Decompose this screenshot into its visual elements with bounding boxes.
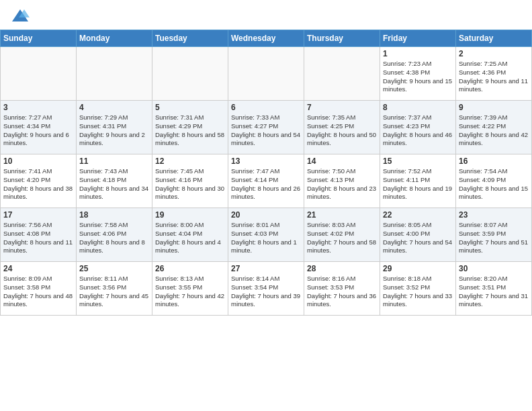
date-number: 24 — [3, 264, 73, 273]
calendar-cell: 17Sunrise: 7:56 AM Sunset: 4:08 PM Dayli… — [1, 208, 77, 262]
cell-info: Sunrise: 8:20 AM Sunset: 3:51 PM Dayligh… — [459, 275, 529, 309]
calendar-cell: 12Sunrise: 7:45 AM Sunset: 4:16 PM Dayli… — [152, 154, 228, 208]
date-number: 29 — [383, 264, 453, 273]
calendar-body: 1Sunrise: 7:23 AM Sunset: 4:38 PM Daylig… — [1, 47, 532, 316]
date-number: 6 — [231, 103, 301, 112]
date-number: 17 — [3, 210, 73, 220]
date-number: 15 — [383, 156, 453, 166]
calendar-cell: 11Sunrise: 7:43 AM Sunset: 4:18 PM Dayli… — [77, 154, 152, 208]
calendar-cell: 24Sunrise: 8:09 AM Sunset: 3:58 PM Dayli… — [1, 262, 77, 316]
cell-info: Sunrise: 7:43 AM Sunset: 4:18 PM Dayligh… — [79, 167, 149, 201]
calendar-table: SundayMondayTuesdayWednesdayThursdayFrid… — [0, 30, 532, 316]
weekday-header-friday: Friday — [380, 30, 456, 47]
calendar-cell: 29Sunrise: 8:18 AM Sunset: 3:52 PM Dayli… — [380, 262, 456, 316]
calendar-cell: 21Sunrise: 8:03 AM Sunset: 4:02 PM Dayli… — [304, 208, 380, 262]
cell-info: Sunrise: 8:03 AM Sunset: 4:02 PM Dayligh… — [307, 221, 377, 255]
calendar-cell: 3Sunrise: 7:27 AM Sunset: 4:34 PM Daylig… — [1, 101, 77, 154]
calendar-cell: 5Sunrise: 7:31 AM Sunset: 4:29 PM Daylig… — [152, 101, 228, 154]
calendar-cell: 10Sunrise: 7:41 AM Sunset: 4:20 PM Dayli… — [1, 154, 77, 208]
date-number: 9 — [459, 103, 529, 112]
date-number: 11 — [79, 156, 149, 166]
date-number: 27 — [231, 264, 301, 273]
date-number: 4 — [79, 103, 149, 112]
calendar-week-1: 1Sunrise: 7:23 AM Sunset: 4:38 PM Daylig… — [1, 47, 532, 101]
calendar-cell: 25Sunrise: 8:11 AM Sunset: 3:56 PM Dayli… — [77, 262, 152, 316]
weekday-header-tuesday: Tuesday — [152, 30, 228, 47]
cell-info: Sunrise: 7:31 AM Sunset: 4:29 PM Dayligh… — [155, 113, 225, 148]
cell-info: Sunrise: 7:25 AM Sunset: 4:36 PM Dayligh… — [459, 60, 529, 94]
logo — [11, 8, 32, 24]
date-number: 21 — [307, 210, 377, 220]
date-number: 2 — [459, 49, 529, 58]
cell-info: Sunrise: 7:33 AM Sunset: 4:27 PM Dayligh… — [231, 113, 301, 148]
cell-info: Sunrise: 8:11 AM Sunset: 3:56 PM Dayligh… — [79, 275, 149, 309]
calendar-cell: 13Sunrise: 7:47 AM Sunset: 4:14 PM Dayli… — [228, 154, 304, 208]
calendar-cell: 20Sunrise: 8:01 AM Sunset: 4:03 PM Dayli… — [228, 208, 304, 262]
page-header — [0, 0, 532, 30]
calendar-cell — [228, 47, 304, 101]
date-number: 5 — [155, 103, 225, 112]
cell-info: Sunrise: 8:01 AM Sunset: 4:03 PM Dayligh… — [231, 221, 301, 255]
date-number: 22 — [383, 210, 453, 220]
date-number: 13 — [231, 156, 301, 166]
date-number: 23 — [459, 210, 529, 220]
calendar-cell: 30Sunrise: 8:20 AM Sunset: 3:51 PM Dayli… — [456, 262, 532, 316]
cell-info: Sunrise: 8:00 AM Sunset: 4:04 PM Dayligh… — [155, 221, 225, 255]
cell-info: Sunrise: 7:56 AM Sunset: 4:08 PM Dayligh… — [3, 221, 73, 255]
cell-info: Sunrise: 8:18 AM Sunset: 3:52 PM Dayligh… — [383, 275, 453, 309]
calendar-week-2: 3Sunrise: 7:27 AM Sunset: 4:34 PM Daylig… — [1, 101, 532, 154]
calendar-cell: 14Sunrise: 7:50 AM Sunset: 4:13 PM Dayli… — [304, 154, 380, 208]
date-number: 19 — [155, 210, 225, 220]
cell-info: Sunrise: 7:50 AM Sunset: 4:13 PM Dayligh… — [307, 167, 377, 201]
cell-info: Sunrise: 7:23 AM Sunset: 4:38 PM Dayligh… — [383, 60, 453, 94]
calendar-week-4: 17Sunrise: 7:56 AM Sunset: 4:08 PM Dayli… — [1, 208, 532, 262]
cell-info: Sunrise: 8:05 AM Sunset: 4:00 PM Dayligh… — [383, 221, 453, 255]
cell-info: Sunrise: 7:45 AM Sunset: 4:16 PM Dayligh… — [155, 167, 225, 201]
calendar-cell: 7Sunrise: 7:35 AM Sunset: 4:25 PM Daylig… — [304, 101, 380, 154]
calendar-cell: 26Sunrise: 8:13 AM Sunset: 3:55 PM Dayli… — [152, 262, 228, 316]
date-number: 3 — [3, 103, 73, 112]
calendar-cell: 27Sunrise: 8:14 AM Sunset: 3:54 PM Dayli… — [228, 262, 304, 316]
cell-info: Sunrise: 7:54 AM Sunset: 4:09 PM Dayligh… — [459, 167, 529, 201]
cell-info: Sunrise: 7:58 AM Sunset: 4:06 PM Dayligh… — [79, 221, 149, 255]
calendar-cell: 9Sunrise: 7:39 AM Sunset: 4:22 PM Daylig… — [456, 101, 532, 154]
calendar-cell: 15Sunrise: 7:52 AM Sunset: 4:11 PM Dayli… — [380, 154, 456, 208]
calendar-cell: 2Sunrise: 7:25 AM Sunset: 4:36 PM Daylig… — [456, 47, 532, 101]
date-number: 1 — [383, 49, 453, 58]
calendar-cell: 6Sunrise: 7:33 AM Sunset: 4:27 PM Daylig… — [228, 101, 304, 154]
date-number: 12 — [155, 156, 225, 166]
calendar-cell: 8Sunrise: 7:37 AM Sunset: 4:23 PM Daylig… — [380, 101, 456, 154]
cell-info: Sunrise: 7:37 AM Sunset: 4:23 PM Dayligh… — [383, 113, 453, 148]
cell-info: Sunrise: 8:09 AM Sunset: 3:58 PM Dayligh… — [3, 275, 73, 309]
date-number: 28 — [307, 264, 377, 273]
date-number: 30 — [459, 264, 529, 273]
cell-info: Sunrise: 8:14 AM Sunset: 3:54 PM Dayligh… — [231, 275, 301, 309]
calendar-cell: 28Sunrise: 8:16 AM Sunset: 3:53 PM Dayli… — [304, 262, 380, 316]
cell-info: Sunrise: 8:13 AM Sunset: 3:55 PM Dayligh… — [155, 275, 225, 309]
cell-info: Sunrise: 7:35 AM Sunset: 4:25 PM Dayligh… — [307, 113, 377, 148]
date-number: 14 — [307, 156, 377, 166]
calendar-cell: 22Sunrise: 8:05 AM Sunset: 4:00 PM Dayli… — [380, 208, 456, 262]
cell-info: Sunrise: 7:29 AM Sunset: 4:31 PM Dayligh… — [79, 113, 149, 148]
weekday-header-saturday: Saturday — [456, 30, 532, 47]
calendar-cell: 16Sunrise: 7:54 AM Sunset: 4:09 PM Dayli… — [456, 154, 532, 208]
cell-info: Sunrise: 7:47 AM Sunset: 4:14 PM Dayligh… — [231, 167, 301, 201]
date-number: 16 — [459, 156, 529, 166]
calendar-cell: 19Sunrise: 8:00 AM Sunset: 4:04 PM Dayli… — [152, 208, 228, 262]
calendar-cell — [152, 47, 228, 101]
calendar-cell: 23Sunrise: 8:07 AM Sunset: 3:59 PM Dayli… — [456, 208, 532, 262]
calendar-week-5: 24Sunrise: 8:09 AM Sunset: 3:58 PM Dayli… — [1, 262, 532, 316]
calendar-cell: 1Sunrise: 7:23 AM Sunset: 4:38 PM Daylig… — [380, 47, 456, 101]
cell-info: Sunrise: 7:41 AM Sunset: 4:20 PM Dayligh… — [3, 167, 73, 201]
cell-info: Sunrise: 7:27 AM Sunset: 4:34 PM Dayligh… — [3, 113, 73, 148]
cell-info: Sunrise: 7:39 AM Sunset: 4:22 PM Dayligh… — [459, 113, 529, 148]
calendar-cell — [77, 47, 152, 101]
date-number: 7 — [307, 103, 377, 112]
weekday-header-wednesday: Wednesday — [228, 30, 304, 47]
weekday-header-thursday: Thursday — [304, 30, 380, 47]
logo-icon — [11, 8, 30, 24]
calendar-cell: 18Sunrise: 7:58 AM Sunset: 4:06 PM Dayli… — [77, 208, 152, 262]
cell-info: Sunrise: 7:52 AM Sunset: 4:11 PM Dayligh… — [383, 167, 453, 201]
calendar-week-3: 10Sunrise: 7:41 AM Sunset: 4:20 PM Dayli… — [1, 154, 532, 208]
weekday-header-monday: Monday — [77, 30, 152, 47]
